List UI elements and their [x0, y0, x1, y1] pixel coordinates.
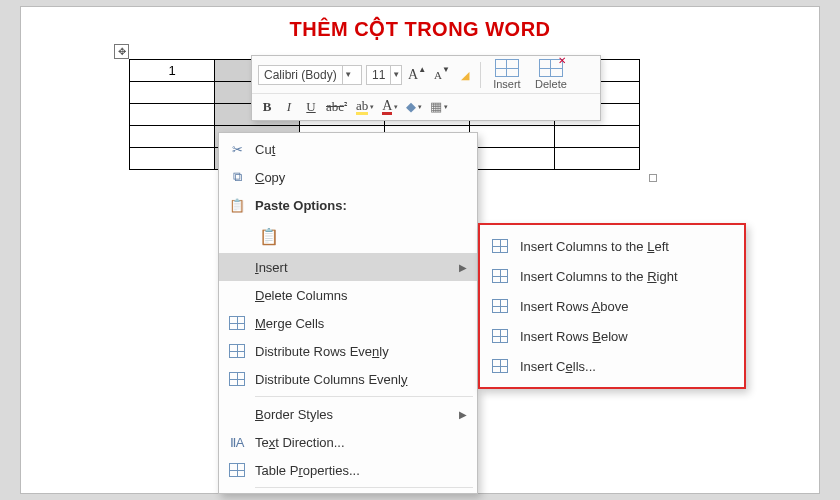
separator: [480, 62, 481, 88]
menu-delete-columns[interactable]: Delete Columns: [219, 281, 477, 309]
insert-cells-icon: [480, 359, 520, 373]
insert-submenu: Insert Columns to the Left Insert Column…: [478, 223, 746, 389]
grow-font-button[interactable]: A▲: [406, 65, 428, 85]
highlight-button[interactable]: ab▾: [354, 97, 376, 117]
table-delete-icon: [539, 59, 563, 77]
strikethrough-button[interactable]: abc₂: [324, 97, 350, 117]
text-direction-icon: ⅡA: [219, 435, 255, 450]
insert-cols-right-icon: [480, 269, 520, 283]
context-menu: ✂ Cut ⧉ Copy 📋 Paste Options: 📋 Insert ▶…: [218, 132, 478, 494]
document-canvas: THÊM CỘT TRONG WORD ✥ 1 2: [20, 6, 820, 494]
chevron-down-icon: ▼: [390, 66, 401, 84]
shading-button[interactable]: ◆▾: [404, 97, 424, 117]
chevron-right-icon: ▶: [459, 262, 467, 273]
insert-rows-above-icon: [480, 299, 520, 313]
table-properties-icon: [219, 463, 255, 477]
mini-toolbar: Calibri (Body) ▼ 11 ▼ A▲ A▼ Insert Delet…: [251, 55, 601, 121]
format-painter-button[interactable]: [456, 65, 474, 85]
table-move-handle[interactable]: ✥: [114, 44, 129, 59]
borders-button[interactable]: ▦▾: [428, 97, 450, 117]
cut-icon: ✂: [219, 142, 255, 157]
shrink-font-button[interactable]: A▼: [432, 65, 452, 85]
submenu-insert-cells[interactable]: Insert Cells...: [480, 351, 744, 381]
table-resize-handle[interactable]: [649, 174, 657, 182]
menu-cut[interactable]: ✂ Cut: [219, 135, 477, 163]
merge-cells-icon: [219, 316, 255, 330]
menu-insert[interactable]: Insert ▶: [219, 253, 477, 281]
menu-paste-options: 📋 Paste Options:: [219, 191, 477, 219]
chevron-right-icon: ▶: [459, 409, 467, 420]
submenu-insert-cols-right[interactable]: Insert Columns to the Right: [480, 261, 744, 291]
distribute-rows-icon: [219, 344, 255, 358]
delete-group-button[interactable]: Delete: [531, 59, 571, 90]
cell-header-1[interactable]: 1: [130, 60, 215, 82]
menu-distribute-rows[interactable]: Distribute Rows Evenly: [219, 337, 477, 365]
underline-button[interactable]: U: [302, 97, 320, 117]
insert-group-button[interactable]: Insert: [487, 59, 527, 90]
separator: [255, 396, 473, 397]
menu-distribute-columns[interactable]: Distribute Columns Evenly: [219, 365, 477, 393]
paste-icon: 📋: [219, 198, 255, 213]
page-title: THÊM CỘT TRONG WORD: [21, 17, 819, 41]
copy-icon: ⧉: [219, 169, 255, 185]
menu-table-properties[interactable]: Table Properties...: [219, 456, 477, 484]
paste-option-keep-source[interactable]: 📋: [219, 219, 477, 253]
menu-text-direction[interactable]: ⅡA Text Direction...: [219, 428, 477, 456]
font-name-combo[interactable]: Calibri (Body) ▼: [258, 65, 362, 85]
bold-button[interactable]: B: [258, 97, 276, 117]
font-color-button[interactable]: A▾: [380, 97, 400, 117]
font-size-combo[interactable]: 11 ▼: [366, 65, 402, 85]
chevron-down-icon: ▼: [342, 66, 354, 84]
menu-merge-cells[interactable]: Merge Cells: [219, 309, 477, 337]
submenu-insert-rows-below[interactable]: Insert Rows Below: [480, 321, 744, 351]
distribute-columns-icon: [219, 372, 255, 386]
menu-border-styles[interactable]: Border Styles ▶: [219, 400, 477, 428]
italic-button[interactable]: I: [280, 97, 298, 117]
menu-copy[interactable]: ⧉ Copy: [219, 163, 477, 191]
clipboard-icon: 📋: [255, 222, 283, 250]
table-insert-icon: [495, 59, 519, 77]
submenu-insert-cols-left[interactable]: Insert Columns to the Left: [480, 231, 744, 261]
separator: [255, 487, 473, 488]
insert-rows-below-icon: [480, 329, 520, 343]
submenu-insert-rows-above[interactable]: Insert Rows Above: [480, 291, 744, 321]
insert-cols-left-icon: [480, 239, 520, 253]
